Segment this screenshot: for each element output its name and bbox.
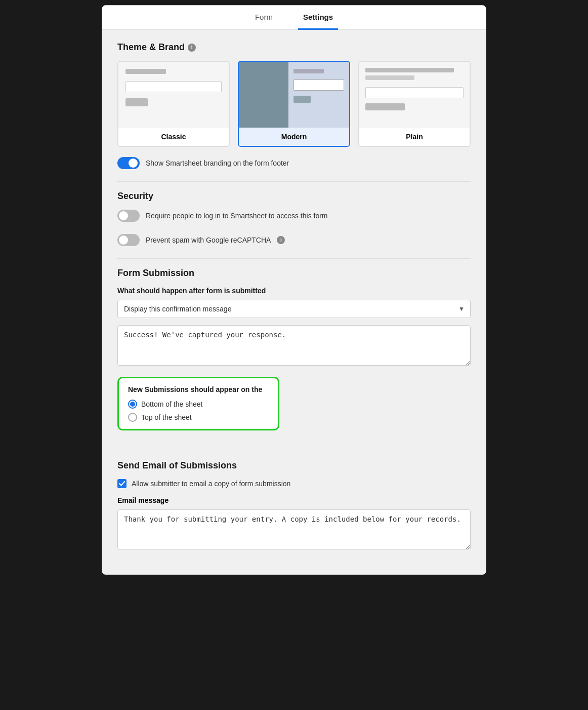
main-window: Form Settings Theme & Brand i Classic: [102, 5, 486, 575]
radio-top-icon: [128, 413, 137, 422]
plain-bar2: [365, 75, 414, 80]
confirmation-message-textarea[interactable]: Success! We've captured your response.: [117, 325, 471, 366]
after-submit-label: What should happen after form is submitt…: [117, 287, 471, 295]
theme-brand-section: Theme & Brand i Classic: [117, 42, 471, 169]
branding-toggle[interactable]: [117, 157, 140, 169]
form-submission-title: Form Submission: [117, 268, 471, 279]
plain-preview: [359, 62, 470, 128]
email-message-label: Email message: [117, 496, 471, 504]
send-email-title: Send Email of Submissions: [117, 460, 471, 471]
login-toggle-row: Require people to log in to Smartsheet t…: [117, 210, 471, 222]
classic-input: [125, 81, 222, 92]
modern-bar2: [293, 96, 311, 103]
modern-left-panel: [239, 62, 288, 128]
modern-right-panel: [288, 62, 349, 128]
checkmark-icon: [119, 481, 125, 486]
send-email-section: Send Email of Submissions Allow submitte…: [117, 460, 471, 552]
tab-bar: Form Settings: [102, 6, 486, 30]
tab-form[interactable]: Form: [250, 6, 278, 30]
modern-bar1: [293, 69, 324, 73]
captcha-toggle-label: Prevent spam with Google reCAPTCHA: [146, 236, 271, 244]
security-section: Security Require people to log in to Sma…: [117, 191, 471, 246]
radio-top-label: Top of the sheet: [141, 413, 192, 421]
radio-bottom-row[interactable]: Bottom of the sheet: [128, 400, 269, 409]
email-checkbox-row: Allow submitter to email a copy of form …: [117, 479, 471, 488]
modern-label: Modern: [239, 128, 349, 146]
radio-top-row[interactable]: Top of the sheet: [128, 413, 269, 422]
divider-2: [117, 258, 471, 259]
branding-toggle-slider: [117, 157, 140, 169]
branding-toggle-row: Show Smartsheet branding on the form foo…: [117, 157, 471, 169]
modern-input: [293, 80, 344, 91]
plain-input: [365, 87, 464, 98]
radio-bottom-icon: [128, 400, 137, 409]
login-toggle-slider: [117, 210, 140, 222]
branding-toggle-label: Show Smartsheet branding on the form foo…: [146, 159, 289, 167]
classic-bar1: [125, 69, 166, 74]
captcha-toggle[interactable]: [117, 234, 140, 246]
email-checkbox-label: Allow submitter to email a copy of form …: [132, 480, 290, 488]
tab-settings[interactable]: Settings: [298, 6, 338, 30]
plain-bar1: [365, 68, 454, 72]
classic-bar2: [125, 98, 148, 106]
after-submit-select-wrap: Display this confirmation message Redire…: [117, 300, 471, 318]
radio-bottom-label: Bottom of the sheet: [141, 400, 202, 408]
classic-preview: [118, 62, 229, 128]
new-submissions-box: New Submissions should appear on the Bot…: [117, 377, 279, 430]
plain-bar3: [365, 103, 405, 110]
captcha-info-icon[interactable]: i: [277, 236, 285, 244]
modern-preview: [239, 62, 349, 128]
after-submit-select[interactable]: Display this confirmation message Redire…: [117, 300, 471, 318]
form-submission-section: Form Submission What should happen after…: [117, 268, 471, 441]
plain-label: Plain: [359, 128, 470, 146]
divider-3: [117, 451, 471, 451]
email-message-textarea[interactable]: Thank you for submitting your entry. A c…: [117, 509, 471, 550]
new-submissions-title: New Submissions should appear on the: [128, 385, 269, 393]
theme-card-plain[interactable]: Plain: [358, 61, 471, 147]
theme-card-modern[interactable]: Modern: [238, 61, 350, 147]
classic-label: Classic: [118, 128, 229, 146]
divider-1: [117, 181, 471, 182]
theme-brand-info-icon[interactable]: i: [188, 44, 196, 52]
captcha-toggle-slider: [117, 234, 140, 246]
theme-brand-title: Theme & Brand i: [117, 42, 471, 53]
theme-cards-container: Classic Modern: [117, 61, 471, 147]
captcha-toggle-row: Prevent spam with Google reCAPTCHA i: [117, 234, 471, 246]
theme-card-classic[interactable]: Classic: [117, 61, 230, 147]
login-toggle[interactable]: [117, 210, 140, 222]
security-title: Security: [117, 191, 471, 202]
email-checkbox[interactable]: [117, 479, 127, 488]
settings-content: Theme & Brand i Classic: [102, 30, 486, 574]
login-toggle-label: Require people to log in to Smartsheet t…: [146, 212, 328, 220]
